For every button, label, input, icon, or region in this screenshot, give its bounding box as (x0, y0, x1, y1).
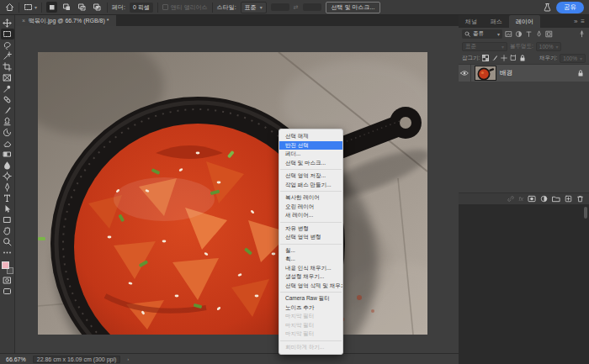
menu-item-select-and-mask[interactable]: 선택 및 마스크... (279, 159, 342, 168)
menu-item-new-layer[interactable]: 새 레이어... (279, 211, 342, 220)
opacity-label: 불투명도: (510, 43, 533, 50)
add-layer-mask-icon[interactable] (528, 195, 536, 203)
menu-item-save-selection[interactable]: 선택 영역 저장... (279, 171, 342, 181)
new-adjustment-layer-icon[interactable] (540, 195, 548, 203)
lasso-tool[interactable] (1, 40, 14, 50)
collapse-panel-icon[interactable]: » (574, 18, 577, 25)
menu-separator (280, 340, 342, 341)
magic-wand-tool[interactable] (1, 50, 14, 61)
quick-mask-mode[interactable] (1, 275, 14, 286)
marquee-tool-preset-icon[interactable]: ▾ (24, 3, 37, 12)
brush-tool[interactable] (1, 105, 14, 116)
menu-item-deselect[interactable]: 선택 해제 (279, 132, 342, 141)
status-chevron-icon[interactable]: › (127, 356, 129, 361)
hand-tool[interactable] (1, 225, 14, 236)
menu-item-add-noise[interactable]: 노이즈 추가 (279, 303, 342, 313)
lock-image-icon[interactable] (491, 55, 498, 61)
shape-tool[interactable] (1, 214, 14, 225)
frame-tool[interactable] (1, 72, 14, 83)
canvas-image[interactable] (38, 52, 427, 335)
delete-layer-icon[interactable] (576, 195, 584, 203)
beaker-icon[interactable] (543, 3, 552, 13)
dodge-tool[interactable] (1, 171, 14, 182)
filter-smart-objects-icon[interactable] (545, 30, 553, 38)
feather-input[interactable]: 0 픽셀 (130, 3, 153, 13)
rectangular-marquee-tool[interactable] (1, 29, 14, 40)
zoom-tool[interactable] (1, 236, 14, 247)
menu-item-layer-via-copy[interactable]: 복사한 레이어 (279, 193, 342, 203)
menu-item-camera-raw-filter[interactable]: Camera Raw 필터 (279, 294, 342, 303)
blend-mode-select: 표준▾ (462, 42, 507, 51)
new-selection-icon[interactable] (46, 2, 57, 13)
document-tab[interactable]: × 떡볶이.jpg @ 66.7% (RGB/8) * (15, 15, 116, 26)
menu-item-delete-and-fill-selection[interactable]: 선택 영역 삭제 및 채우기 (279, 282, 342, 291)
layer-visibility-toggle[interactable] (459, 65, 471, 82)
filter-type-layers-icon[interactable] (525, 30, 533, 38)
menu-separator (280, 222, 342, 223)
scrollbar-thumb[interactable] (584, 207, 587, 219)
layer-list: 배경 (459, 64, 589, 193)
home-icon[interactable] (5, 3, 14, 12)
menu-item-feather[interactable]: 페더... (279, 150, 342, 159)
layer-lock-icon[interactable] (577, 70, 584, 76)
panel-menu-icon[interactable]: ≡ (581, 18, 585, 25)
layers-panel-footer: fx (459, 193, 589, 204)
menu-item-transform-selection[interactable]: 선택 영역 변형 (279, 233, 342, 242)
menu-item-generative-fill[interactable]: 생성형 채우기... (279, 272, 342, 282)
menu-separator (280, 191, 342, 192)
menu-item-layer-via-cut[interactable]: 오린 레이어 (279, 203, 342, 212)
antialias-checkbox: 앤티 앨리어스 (162, 3, 208, 12)
tab-layers[interactable]: 레이어 (509, 15, 540, 28)
eyedropper-tool[interactable] (1, 83, 14, 94)
layer-filter-select[interactable]: 종류▾ (462, 29, 502, 39)
divider (19, 3, 19, 13)
screen-mode[interactable] (1, 286, 14, 297)
healing-brush-tool[interactable] (1, 94, 14, 105)
move-tool[interactable] (1, 18, 14, 29)
layer-row-background[interactable]: 배경 (459, 65, 589, 82)
tab-paths[interactable]: 패스 (484, 15, 509, 28)
eraser-tool[interactable] (1, 138, 14, 149)
filter-adjustment-layers-icon[interactable] (515, 30, 523, 38)
subtract-from-selection-icon[interactable] (77, 2, 88, 13)
zoom-level[interactable]: 66.67% (6, 356, 26, 362)
foreground-background-swatches[interactable] (1, 261, 14, 275)
menu-item-fill[interactable]: 칠... (279, 246, 342, 256)
filter-pin-icon[interactable] (578, 30, 586, 38)
new-layer-icon[interactable] (565, 195, 572, 203)
new-group-icon[interactable] (552, 195, 560, 203)
filter-shape-layers-icon[interactable] (535, 30, 543, 38)
close-tab-icon[interactable]: × (22, 18, 25, 24)
menu-separator (280, 292, 342, 293)
menu-item-free-transform[interactable]: 자유 변형 (279, 224, 342, 234)
crop-tool[interactable] (1, 61, 14, 72)
lock-transparency-icon[interactable] (482, 55, 489, 61)
edit-toolbar-ellipsis[interactable] (1, 247, 14, 258)
pen-tool[interactable] (1, 182, 14, 193)
add-to-selection-icon[interactable] (61, 2, 72, 13)
share-button[interactable]: 공유 (556, 2, 584, 13)
menu-item-content-aware-fill[interactable]: 내용 인식 채우기... (279, 264, 342, 273)
menu-item-select-inverse[interactable]: 반전 선택 (279, 141, 342, 150)
lock-artboard-icon[interactable] (510, 55, 517, 61)
path-selection-tool[interactable] (1, 203, 14, 214)
select-and-mask-button[interactable]: 선택 및 마스크... (326, 2, 381, 13)
clone-stamp-tool[interactable] (1, 116, 14, 127)
filter-pixel-layers-icon[interactable] (505, 30, 512, 38)
menu-item-stroke[interactable]: 획... (279, 255, 342, 264)
menu-item-fade: 희미하게 하기... (279, 343, 342, 352)
lock-position-icon[interactable] (501, 55, 507, 61)
menu-item-last-filter: 마지막 필터 (279, 321, 342, 330)
blur-tool[interactable] (1, 160, 14, 171)
history-brush-tool[interactable] (1, 127, 14, 138)
type-tool[interactable] (1, 193, 14, 203)
canvas-area[interactable] (15, 26, 459, 353)
tab-channels[interactable]: 채널 (459, 15, 484, 28)
menu-item-make-work-path[interactable]: 작업 패스 만들기... (279, 181, 342, 190)
layer-thumbnail[interactable] (475, 66, 496, 80)
gradient-tool[interactable] (1, 149, 14, 160)
foreground-color-swatch[interactable] (2, 261, 9, 269)
style-select[interactable]: 표준▾ (241, 2, 267, 13)
lock-all-icon[interactable] (519, 55, 526, 61)
intersect-selection-icon[interactable] (92, 2, 103, 13)
